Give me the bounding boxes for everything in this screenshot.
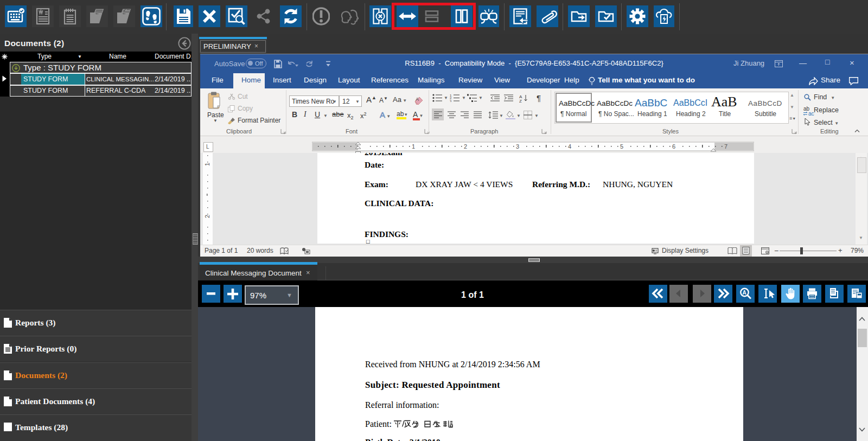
svg-text:A: A [743,290,746,296]
svg-text:2: 2 [204,215,210,218]
svg-text:2: 2 [464,143,467,150]
svg-text:A: A [416,97,419,102]
svg-text:7: 7 [724,143,727,150]
svg-text:Z: Z [519,99,522,103]
svg-text:3: 3 [450,100,452,103]
svg-text:6: 6 [672,143,675,150]
svg-text:3: 3 [516,143,519,150]
svg-text:5: 5 [620,143,623,150]
svg-text:1: 1 [412,143,415,150]
svg-text:1: 1 [204,163,210,166]
svg-text:4: 4 [568,143,571,150]
